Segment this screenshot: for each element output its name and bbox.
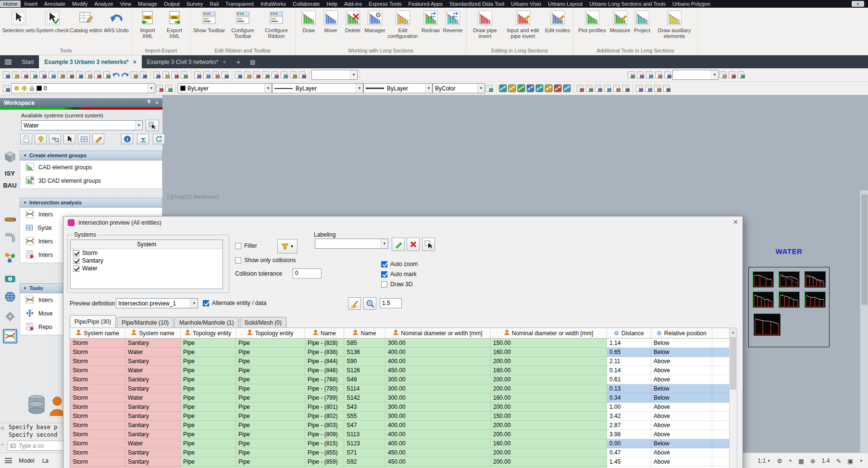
menu-item-help[interactable]: Help	[323, 0, 341, 7]
dialog-tab-manhole-manhole-1[interactable]: Manhole/Manhole (1)	[174, 317, 238, 328]
orbit-tool-icon[interactable]	[612, 84, 621, 93]
clear-marks-button[interactable]	[348, 297, 361, 310]
status-menu-caret-icon[interactable]: ▼	[859, 459, 863, 463]
close-tab-icon[interactable]: ×	[133, 59, 136, 65]
file-tabs-menu-icon[interactable]	[0, 55, 16, 68]
isolate-objects-icon[interactable]: ▣	[847, 457, 853, 465]
selection-filter-select[interactable]: ▼	[672, 70, 719, 80]
globe-icon[interactable]	[3, 290, 17, 304]
copy-clip-icon[interactable]	[75, 70, 84, 79]
column-header-name-4[interactable]: Name	[305, 328, 344, 338]
zoom-realtime-icon[interactable]	[139, 70, 148, 79]
save-as-icon[interactable]	[29, 70, 38, 79]
section-header-create-element-groups[interactable]: ▼Create element groups	[20, 151, 162, 160]
ribbon-button-draw-auxiliary-elements[interactable]: Draw auxiliary elements	[653, 9, 695, 39]
layer-properties-manager-icon[interactable]	[2, 84, 11, 93]
pan-realtime-icon[interactable]	[130, 70, 139, 79]
profile-thumbnail[interactable]	[779, 291, 800, 310]
viewport-controls[interactable]: [-][Top][2D Wireframe]	[167, 194, 219, 200]
collision-tolerance-input[interactable]: 0	[293, 268, 322, 278]
workspace-tool-table-icon[interactable]	[78, 134, 90, 144]
profile-thumbnail[interactable]	[754, 314, 781, 338]
dialog-tab-pipe-pipe-30[interactable]: Pipe/Pipe (30)	[70, 315, 116, 328]
menu-item-urbano-long-sections-and-tools[interactable]: Urbano Long Sections and Tools	[586, 0, 669, 7]
color-select[interactable]: ByLayer▼	[178, 83, 272, 93]
ribbon-button-selection-sets[interactable]: Selection sets	[2, 9, 36, 33]
make-group-icon[interactable]	[645, 70, 654, 79]
section-header-intersection-analysis[interactable]: ▼Intersection analysis	[20, 198, 162, 207]
ungroup-icon[interactable]	[654, 70, 663, 79]
table-row[interactable]: StormSanitaryPipePipePipe - (780)S114300…	[70, 384, 729, 393]
cube-3d-icon[interactable]	[3, 150, 17, 164]
system-column-header[interactable]: System	[71, 240, 223, 249]
tool-palettes-icon[interactable]	[193, 70, 202, 79]
current-system-select[interactable]: Water▼	[21, 120, 143, 130]
layer-filter-button[interactable]: ▼	[277, 239, 298, 253]
ribbon-button-redraw[interactable]: Redraw	[420, 9, 442, 33]
dialog-tab-pipe-manhole-10[interactable]: Pipe/Manhole (10)	[117, 317, 174, 328]
ribbon-button-reverse[interactable]: Reverse	[442, 9, 464, 33]
workspace-tool-document-icon[interactable]	[20, 134, 32, 144]
field-icon[interactable]	[234, 70, 243, 79]
sheet-set-manager-icon[interactable]	[202, 70, 211, 79]
menu-item-infraworks[interactable]: InfraWorks	[257, 0, 289, 7]
close-icon[interactable]: ×	[155, 100, 159, 106]
column-header-system-name-1[interactable]: System name	[125, 328, 181, 338]
zoom-out-icon[interactable]	[585, 84, 594, 93]
plot-style-select[interactable]: ByColor▼	[433, 83, 485, 93]
menu-item-collaborate[interactable]: Collaborate	[289, 0, 323, 7]
gear-icon[interactable]: ⚙	[777, 457, 782, 465]
make-object-layer-current-icon[interactable]	[155, 84, 164, 93]
vertical-scrollbar[interactable]	[860, 190, 868, 468]
draw-3d-checkbox[interactable]: Draw 3D	[381, 281, 413, 288]
pin-icon[interactable]	[147, 100, 151, 106]
globe-icon[interactable]: ⊕	[810, 457, 815, 465]
preview-definition-select[interactable]: Intersection preview_1▼	[116, 298, 198, 308]
viewport-scale-control[interactable]: 1:1▼	[757, 457, 770, 464]
help-tool-icon[interactable]	[737, 70, 746, 79]
menu-item-featured-apps[interactable]: Featured Apps	[405, 0, 446, 7]
ribbon-button-measure[interactable]: Measure	[609, 9, 631, 33]
pipe-elbow-icon[interactable]	[3, 230, 17, 244]
menu-item-modify[interactable]: Modify	[69, 0, 91, 7]
menu-item-express-tools[interactable]: Express Tools	[365, 0, 405, 7]
workspace-titlebar[interactable]: Workspace ×	[0, 98, 162, 107]
document-tab-example-3-urbano-3-networks[interactable]: Example 3 Urbano 3 networks*×	[39, 55, 141, 68]
column-header-name-5[interactable]: Name	[344, 328, 385, 338]
named-views-icon[interactable]	[289, 70, 298, 79]
layout-tab[interactable]: La	[42, 457, 49, 464]
zoom-in-icon[interactable]	[576, 84, 585, 93]
gear-network-icon[interactable]	[3, 309, 17, 324]
close-icon[interactable]: ×	[733, 218, 738, 227]
pick-label-button[interactable]	[422, 238, 435, 251]
ribbon-button-system-check[interactable]: System check	[36, 9, 69, 33]
undo-icon[interactable]	[112, 70, 121, 79]
column-header-distance-8[interactable]: ⚙Distance	[607, 328, 651, 338]
column-header-topology-entity-2[interactable]: Topology entity	[181, 328, 236, 338]
profile-thumbnail[interactable]	[753, 271, 774, 290]
menu-item-urbano-visio[interactable]: Urbano Visio	[508, 0, 545, 7]
select-lasso-icon[interactable]	[644, 84, 653, 93]
hyperlink-icon[interactable]	[252, 70, 261, 79]
ribbon-button-plot-profiles[interactable]: Plot profiles	[575, 9, 609, 33]
panel-item-3d-cad-element-groups-1[interactable]: 3D CAD element groups	[20, 174, 162, 188]
raster-image-icon[interactable]	[261, 70, 271, 79]
open-icon[interactable]	[11, 70, 20, 79]
layout-menu-icon[interactable]	[5, 458, 12, 463]
table-row[interactable]: StormSanitaryPipePipePipe - (768)S49300.…	[70, 375, 729, 384]
magnifier-plus-icon[interactable]	[653, 84, 662, 93]
toolbar-select[interactable]: ▼	[311, 70, 358, 80]
properties-palette-icon[interactable]	[171, 70, 180, 79]
menu-item-survey[interactable]: Survey	[183, 0, 206, 7]
urbano-tool-2-icon[interactable]	[508, 84, 517, 93]
urbano-tool-6-icon[interactable]	[544, 84, 553, 93]
document-tab-example-3-civil-3-networks[interactable]: Example 3 Civil 3 networks*×	[142, 55, 232, 68]
menu-item-standardized-data-tool[interactable]: Standardized Data Tool	[446, 0, 508, 7]
pick-system-button[interactable]	[146, 120, 159, 131]
measure-quick-icon[interactable]	[621, 84, 631, 93]
document-tab-start[interactable]: Start	[16, 55, 39, 68]
menu-item-output[interactable]: Output	[161, 0, 183, 7]
quick-calc-icon[interactable]	[221, 70, 230, 79]
intersection-network-icon[interactable]	[3, 329, 17, 343]
regen-icon[interactable]	[298, 70, 307, 79]
